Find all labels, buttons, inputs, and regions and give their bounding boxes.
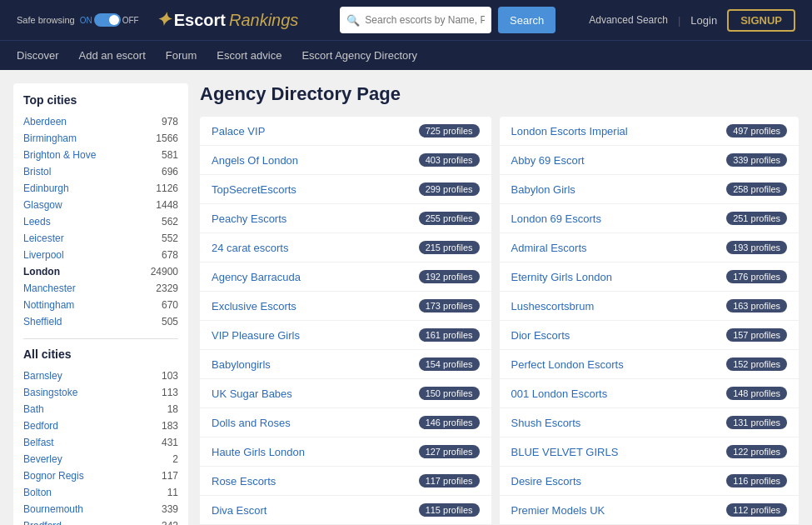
sidebar-top-city-item[interactable]: Sheffield505	[23, 313, 178, 330]
sidebar-city-name: Bolton	[23, 487, 52, 498]
sidebar-all-city-item[interactable]: Bognor Regis117	[23, 468, 178, 484]
sidebar-top-city-item[interactable]: Leeds562	[23, 213, 178, 230]
directory-name: Premier Models UK	[511, 504, 605, 517]
search-area: 🔍 Search	[340, 7, 555, 33]
directory-row[interactable]: Haute Girls London127 profiles	[200, 438, 491, 467]
directory-right-col: London Escorts Imperial497 profilesAbby …	[500, 117, 800, 525]
sidebar-all-city-item[interactable]: Bolton11	[23, 484, 178, 501]
sidebar: Top cities Aberdeen978Birmingham1566Brig…	[13, 83, 188, 525]
sidebar-top-city-item[interactable]: Nottingham670	[23, 297, 178, 313]
directory-row[interactable]: Rose Escorts117 profiles	[200, 467, 491, 496]
sidebar-top-city-item[interactable]: Bristol696	[23, 163, 178, 180]
directory-row[interactable]: Desire Escorts116 profiles	[500, 467, 800, 496]
directory-badge: 146 profiles	[419, 416, 480, 429]
sidebar-all-city-item[interactable]: Bradford342	[23, 518, 178, 525]
logo-text-rankings: Rankings	[229, 11, 298, 30]
directory-name: Peachy Escorts	[212, 212, 286, 225]
directory-row[interactable]: UK Sugar Babes150 profiles	[200, 379, 491, 408]
sidebar-city-name: Belfast	[23, 437, 54, 448]
directory-row[interactable]: BLUE VELVET GIRLS122 profiles	[500, 438, 800, 467]
sidebar-top-city-item[interactable]: Edinburgh1126	[23, 180, 178, 197]
sidebar-top-city-item[interactable]: Aberdeen978	[23, 113, 178, 130]
login-link[interactable]: Login	[690, 14, 717, 27]
signup-button[interactable]: SIGNUP	[727, 9, 795, 32]
directory-badge: 127 profiles	[419, 445, 480, 458]
sidebar-city-name: Barnsley	[23, 370, 62, 382]
toggle-on-label: ON	[80, 16, 92, 25]
directory-row[interactable]: London 69 Escorts251 profiles	[500, 204, 800, 233]
directory-row[interactable]: Agency Barracuda192 profiles	[200, 262, 491, 292]
sidebar-city-name: Bedford	[23, 420, 58, 432]
directory-badge: 116 profiles	[726, 474, 787, 488]
nav-agency-directory[interactable]: Escort Agency Directory	[301, 49, 417, 62]
sidebar-all-city-item[interactable]: Barnsley103	[23, 368, 178, 384]
directory-badge: 154 profiles	[419, 358, 480, 371]
nav-discover[interactable]: Discover	[17, 49, 59, 62]
directory-row[interactable]: Diva Escort115 profiles	[200, 496, 491, 525]
directory-badge: 131 profiles	[726, 416, 787, 429]
directory-badge: 339 profiles	[726, 153, 787, 167]
directory-row[interactable]: 24 carat escorts215 profiles	[200, 233, 491, 262]
sidebar-city-name: Birmingham	[23, 132, 77, 144]
directory-row[interactable]: Babylongirls154 profiles	[200, 350, 491, 379]
directory-row[interactable]: Lushescortsbrum163 profiles	[500, 292, 800, 321]
sidebar-city-count: 670	[162, 299, 178, 311]
sidebar-all-city-item[interactable]: Basingstoke113	[23, 384, 178, 401]
directory-grid: Palace VIP725 profilesAngels Of London40…	[200, 117, 799, 525]
search-button[interactable]: Search	[498, 7, 555, 33]
nav-escort-advice[interactable]: Escort advice	[217, 49, 281, 62]
directory-badge: 255 profiles	[419, 212, 480, 225]
sidebar-all-city-item[interactable]: Belfast431	[23, 434, 178, 451]
directory-row[interactable]: Exclusive Escorts173 profiles	[200, 292, 491, 321]
sidebar-city-count: 103	[162, 370, 178, 382]
directory-badge: 192 profiles	[419, 270, 480, 283]
directory-row[interactable]: London Escorts Imperial497 profiles	[500, 117, 800, 146]
sidebar-all-city-item[interactable]: Bath18	[23, 401, 178, 418]
nav-bar: Discover Add an escort Forum Escort advi…	[0, 40, 812, 70]
search-input[interactable]	[365, 14, 485, 26]
sidebar-top-city-item[interactable]: Leicester552	[23, 230, 178, 247]
sidebar-all-city-item[interactable]: Bedford183	[23, 418, 178, 434]
directory-name: Admiral Escorts	[511, 242, 587, 254]
sidebar-city-count: 1126	[156, 182, 178, 194]
nav-add-escort[interactable]: Add an escort	[79, 49, 146, 62]
safe-browsing-toggle[interactable]: ON OFF	[80, 13, 139, 27]
directory-row[interactable]: VIP Pleasure Girls161 profiles	[200, 321, 491, 350]
sidebar-top-city-item[interactable]: Birmingham1566	[23, 130, 178, 147]
directory-name: VIP Pleasure Girls	[212, 329, 300, 342]
sidebar-city-name: Leeds	[23, 216, 51, 228]
directory-badge: 193 profiles	[726, 241, 787, 254]
sidebar-all-city-item[interactable]: Bournemouth339	[23, 501, 178, 518]
directory-row[interactable]: Abby 69 Escort339 profiles	[500, 146, 800, 175]
nav-forum[interactable]: Forum	[166, 49, 197, 62]
sidebar-top-city-item[interactable]: London24900	[23, 263, 178, 280]
safe-browsing-area: Safe browsing ON OFF	[17, 13, 139, 27]
sidebar-top-city-item[interactable]: Brighton & Hove581	[23, 147, 178, 163]
directory-row[interactable]: Shush Escorts131 profiles	[500, 408, 800, 438]
directory-row[interactable]: 001 London Escorts148 profiles	[500, 379, 800, 408]
sidebar-city-name: Bournemouth	[23, 503, 83, 515]
directory-row[interactable]: Angels Of London403 profiles	[200, 146, 491, 175]
directory-row[interactable]: Dolls and Roses146 profiles	[200, 408, 491, 438]
directory-name: TopSecretEscorts	[212, 183, 296, 196]
directory-row[interactable]: Peachy Escorts255 profiles	[200, 204, 491, 233]
directory-name: Abby 69 Escort	[511, 154, 585, 167]
sidebar-city-name: Basingstoke	[23, 387, 77, 398]
directory-row[interactable]: Dior Escorts157 profiles	[500, 321, 800, 350]
advanced-search-link[interactable]: Advanced Search	[589, 14, 668, 26]
directory-row[interactable]: Premier Models UK112 profiles	[500, 496, 800, 525]
directory-row[interactable]: Babylon Girls258 profiles	[500, 175, 800, 204]
directory-row[interactable]: Eternity Girls London176 profiles	[500, 262, 800, 292]
sidebar-top-city-item[interactable]: Manchester2329	[23, 280, 178, 297]
directory-row[interactable]: Perfect London Escorts152 profiles	[500, 350, 800, 379]
directory-row[interactable]: Admiral Escorts193 profiles	[500, 233, 800, 262]
sidebar-all-city-item[interactable]: Beverley2	[23, 451, 178, 468]
sidebar-top-city-item[interactable]: Glasgow1448	[23, 197, 178, 213]
directory-badge: 299 profiles	[419, 182, 480, 196]
directory-row[interactable]: TopSecretEscorts299 profiles	[200, 175, 491, 204]
logo[interactable]: ✦ Escort Rankings	[156, 9, 299, 31]
sidebar-city-count: 1566	[156, 132, 178, 144]
directory-row[interactable]: Palace VIP725 profiles	[200, 117, 491, 146]
sidebar-top-city-item[interactable]: Liverpool678	[23, 247, 178, 263]
directory-badge: 122 profiles	[726, 445, 787, 458]
